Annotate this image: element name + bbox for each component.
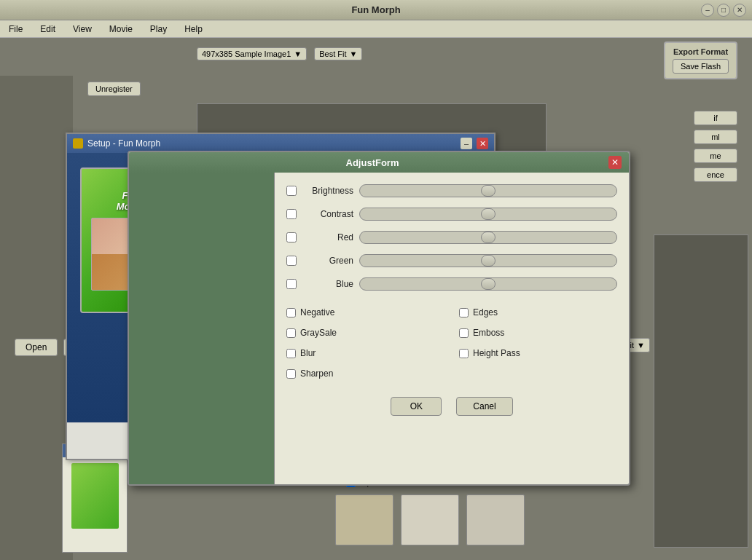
mini-box-image <box>71 463 119 529</box>
sharpen-row: Sharpen <box>286 365 444 382</box>
if-button[interactable]: if <box>694 111 737 125</box>
green-label: Green <box>302 256 353 266</box>
minimize-button[interactable]: – <box>701 4 714 17</box>
height-pass-checkbox[interactable] <box>459 349 469 358</box>
main-area: Unregister 497x385 Sample Image1 ▼ Best … <box>0 38 752 560</box>
sharpen-label: Sharpen <box>300 368 333 379</box>
save-flash-button[interactable]: Save Flash <box>673 59 729 74</box>
height-pass-label: Height Pass <box>473 348 520 358</box>
me-button[interactable]: me <box>694 149 737 163</box>
thumbnail-1 <box>335 494 393 545</box>
best-fit-top-label: Best Fit <box>319 50 346 58</box>
adjust-form-modal: AdjustForm ✕ Brightness Contras <box>128 151 630 486</box>
blue-row: Blue <box>286 275 617 293</box>
graysale-label: GraySale <box>300 328 337 338</box>
adjust-form-body: Brightness Contrast Red <box>129 173 629 484</box>
adjust-form-buttons: OK Canel <box>286 397 617 416</box>
sample-image-label: 497x385 Sample Image1 <box>202 50 291 58</box>
best-fit-top-arrow-icon: ▼ <box>350 50 358 58</box>
red-checkbox[interactable] <box>286 232 297 242</box>
red-label: Red <box>302 232 353 242</box>
blur-checkbox[interactable] <box>286 349 296 358</box>
menu-file[interactable]: File <box>6 23 26 36</box>
menu-bar: File Edit View Movie Play Help <box>0 20 752 38</box>
adjust-form-close-button[interactable]: ✕ <box>608 156 622 169</box>
adjust-form-title-bar: AdjustForm ✕ <box>129 152 629 173</box>
green-slider[interactable] <box>359 254 617 267</box>
height-pass-row: Height Pass <box>459 344 617 362</box>
blue-slider[interactable] <box>359 277 617 291</box>
green-row: Green <box>286 251 617 270</box>
contrast-slider[interactable] <box>359 208 617 221</box>
dropdown-arrow-icon[interactable]: ▼ <box>294 50 302 58</box>
brightness-row: Brightness <box>286 181 617 200</box>
blue-checkbox[interactable] <box>286 279 297 289</box>
adjust-cancel-button[interactable]: Canel <box>456 397 512 416</box>
emboss-checkbox[interactable] <box>459 328 469 338</box>
setup-window-icon <box>73 138 83 149</box>
adjust-form-title: AdjustForm <box>136 157 608 168</box>
thumbnail-2 <box>401 494 459 545</box>
edges-checkbox[interactable] <box>459 308 469 318</box>
contrast-checkbox[interactable] <box>286 209 297 219</box>
green-thumb[interactable] <box>481 255 496 267</box>
sharpen-checkbox[interactable] <box>286 369 296 379</box>
emboss-row: Emboss <box>459 324 617 342</box>
adjust-ok-button[interactable]: OK <box>391 397 442 416</box>
edges-row: Edges <box>459 304 617 321</box>
close-button[interactable]: ✕ <box>733 4 746 17</box>
setup-window-title: Setup - Fun Morph <box>87 138 456 149</box>
app-title: Fun Morph <box>351 4 400 15</box>
open-button[interactable]: Open <box>15 339 58 356</box>
edges-label: Edges <box>473 307 498 318</box>
effect-checkboxes: Negative Edges GraySale Emboss <box>286 304 617 382</box>
emboss-label: Emboss <box>473 328 504 338</box>
contrast-row: Contrast <box>286 205 617 224</box>
unregister-button[interactable]: Unregister <box>87 82 141 96</box>
brightness-checkbox[interactable] <box>286 186 297 196</box>
graysale-checkbox[interactable] <box>286 328 296 338</box>
negative-row: Negative <box>286 304 444 321</box>
negative-label: Negative <box>300 307 334 318</box>
adjust-form-right-panel: Brightness Contrast Red <box>275 173 629 484</box>
top-toolbar: 497x385 Sample Image1 ▼ Best Fit ▼ <box>197 47 362 60</box>
menu-movie[interactable]: Movie <box>106 23 136 36</box>
unregister-panel: Unregister <box>87 82 141 96</box>
red-slider[interactable] <box>359 231 617 244</box>
menu-edit[interactable]: Edit <box>37 23 58 36</box>
thumbnail-3 <box>466 494 525 545</box>
maximize-button[interactable]: □ <box>717 4 730 17</box>
contrast-label: Contrast <box>302 209 353 219</box>
menu-view[interactable]: View <box>70 23 95 36</box>
red-row: Red <box>286 228 617 247</box>
export-format-label: Export Format <box>673 47 728 56</box>
brightness-thumb[interactable] <box>481 185 496 197</box>
brightness-label: Brightness <box>302 186 353 196</box>
menu-play[interactable]: Play <box>147 23 170 36</box>
adjust-form-left-panel <box>129 173 275 484</box>
sample-image-dropdown[interactable]: 497x385 Sample Image1 ▼ <box>197 47 307 60</box>
ml-button[interactable]: ml <box>694 130 737 144</box>
best-fit-top-dropdown[interactable]: Best Fit ▼ <box>314 47 362 60</box>
export-panel: Export Format Save Flash <box>664 42 737 79</box>
green-checkbox[interactable] <box>286 256 297 266</box>
blur-row: Blur <box>286 344 444 362</box>
brightness-slider[interactable] <box>359 184 617 197</box>
ence-button[interactable]: ence <box>694 167 737 182</box>
best-fit-bottom-arrow-icon: ▼ <box>637 341 645 350</box>
negative-checkbox[interactable] <box>286 308 296 318</box>
blue-label: Blue <box>302 279 353 289</box>
setup-minimize-button[interactable]: – <box>461 138 472 149</box>
menu-help[interactable]: Help <box>181 23 205 36</box>
title-bar-controls: – □ ✕ <box>701 4 746 17</box>
bottom-thumbnails <box>335 494 525 545</box>
red-thumb[interactable] <box>481 232 496 243</box>
blur-label: Blur <box>300 348 316 358</box>
right-panel: if ml me ence <box>694 111 737 182</box>
blue-thumb[interactable] <box>481 278 496 290</box>
setup-close-button[interactable]: ✕ <box>477 138 488 149</box>
graysale-row: GraySale <box>286 324 444 342</box>
title-bar: Fun Morph – □ ✕ <box>0 0 752 20</box>
contrast-thumb[interactable] <box>481 208 496 220</box>
right-image-panel <box>654 234 748 548</box>
